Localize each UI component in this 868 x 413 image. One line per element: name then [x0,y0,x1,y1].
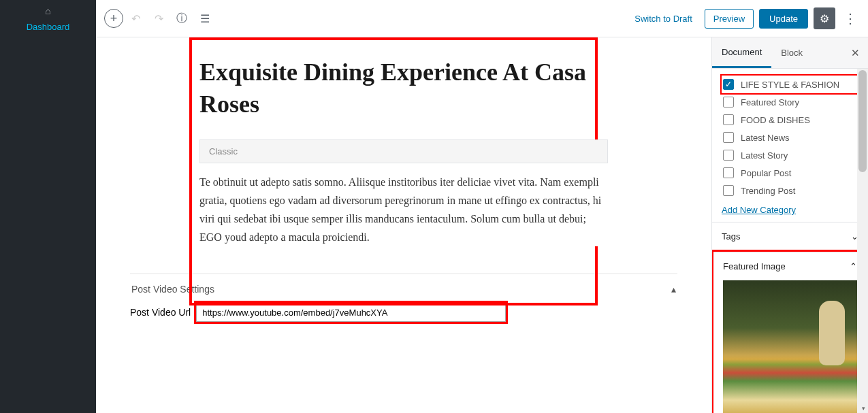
tab-document[interactable]: Document [712,37,771,68]
category-list: ✓LIFE STYLE & FASHIONFeatured StoryFOOD … [722,76,858,199]
category-label: Latest Story [741,150,788,161]
main-area: + ↶ ↷ ⓘ ☰ Switch to Draft Preview Update… [96,0,868,413]
redo-button[interactable]: ↷ [148,7,170,29]
category-item[interactable]: ✓LIFE STYLE & FASHION [722,76,858,93]
info-button[interactable]: ⓘ [171,7,193,29]
scroll-down-icon[interactable]: ▾ [862,405,865,412]
classic-block-label: Classic [200,140,607,163]
topbar-left: + ↶ ↷ ⓘ ☰ [104,7,216,29]
tags-label: Tags [722,231,740,242]
editor-canvas[interactable]: Exquisite Dining Experience At Casa Rose… [96,37,711,413]
category-label: Popular Post [741,168,791,178]
category-item[interactable]: Featured Story [722,93,858,111]
post-content[interactable]: Te obtinuit ut adepto satis somno. Aliis… [199,163,608,247]
sidebar-label: Dashboard [27,22,70,32]
category-item[interactable]: Popular Post [722,164,858,182]
dashboard-icon: ⌂ [43,5,54,16]
meta-box-video: Post Video Settings ▴ Post Video Url [130,274,677,331]
panel-section-tags[interactable]: Tags ⌄ [712,222,868,250]
meta-section-header[interactable]: Post Video Settings ▴ [130,284,677,303]
category-label: Trending Post [741,186,795,196]
topbar-right: Switch to Draft Preview Update ⚙ ⋮ [628,7,860,29]
category-label: Featured Story [741,97,799,108]
collapse-icon: ▴ [671,284,676,295]
meta-url-label: Post Video Url [130,307,191,318]
editor-topbar: + ↶ ↷ ⓘ ☰ Switch to Draft Preview Update… [96,0,868,37]
panel-tabs: Document Block ✕ [712,37,868,69]
featured-image-label: Featured Image [723,261,786,271]
post-video-url-input[interactable] [196,303,506,322]
add-block-button[interactable]: + [104,9,123,28]
settings-toggle-button[interactable]: ⚙ [814,7,835,29]
settings-panel: Document Block ✕ ✓LIFE STYLE & FASHIONFe… [711,37,868,413]
editor-wrap: Exquisite Dining Experience At Casa Rose… [96,37,868,413]
switch-to-draft-button[interactable]: Switch to Draft [628,10,699,28]
preview-button[interactable]: Preview [705,9,754,29]
post-title[interactable]: Exquisite Dining Experience At Casa Rose… [199,56,608,120]
checkbox-icon[interactable] [723,114,734,125]
panel-scrollbar[interactable]: ▾ [857,69,868,413]
checkbox-icon[interactable] [723,97,734,108]
panel-categories: ✓LIFE STYLE & FASHIONFeatured StoryFOOD … [712,69,868,222]
classic-block[interactable]: Classic [199,139,608,163]
category-label: FOOD & DISHES [741,115,810,125]
category-label: LIFE STYLE & FASHION [741,80,839,90]
category-item[interactable]: FOOD & DISHES [722,111,858,129]
chevron-up-icon: ⌃ [850,261,857,271]
sidebar-item-dashboard[interactable]: ⌂ Dashboard [0,0,96,413]
category-item[interactable]: Latest News [722,129,858,146]
tab-block[interactable]: Block [771,37,812,68]
meta-row-url: Post Video Url [130,303,677,322]
featured-image-preview[interactable] [723,280,857,413]
category-label: Latest News [741,133,790,143]
category-item[interactable]: Trending Post [722,182,858,199]
post-box: Exquisite Dining Experience At Casa Rose… [199,56,608,246]
highlight-featured-image: Featured Image ⌃ [713,252,867,413]
checkbox-icon[interactable] [723,132,734,143]
checkbox-icon[interactable]: ✓ [723,79,734,90]
undo-button[interactable]: ↶ [125,7,146,29]
category-item[interactable]: Latest Story [722,146,858,164]
close-panel-button[interactable]: ✕ [843,47,868,59]
checkbox-icon[interactable] [723,150,734,161]
add-new-category-link[interactable]: Add New Category [722,205,796,215]
checkbox-icon[interactable] [723,185,734,196]
more-options-button[interactable]: ⋮ [841,10,860,27]
admin-sidebar: ⌂ Dashboard 📌 Posts All Posts Add New Ca… [0,0,96,413]
outline-button[interactable]: ☰ [194,7,216,29]
panel-section-featured-image[interactable]: Featured Image ⌃ [713,252,867,280]
checkbox-icon[interactable] [723,167,734,178]
publish-button[interactable]: Update [759,9,808,29]
scrollbar-thumb[interactable] [858,70,867,172]
meta-section-title: Post Video Settings [131,284,214,295]
